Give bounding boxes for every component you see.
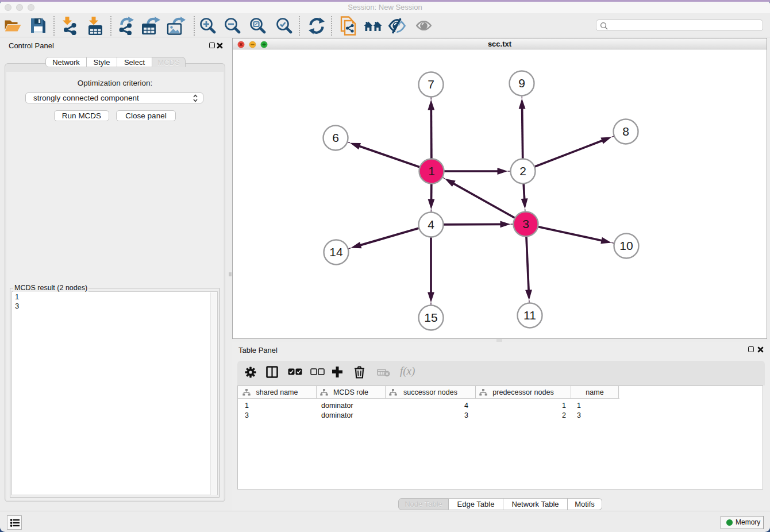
svg-text:2: 2 xyxy=(519,164,526,178)
svg-text:6: 6 xyxy=(332,131,339,144)
svg-text:9: 9 xyxy=(518,76,525,90)
svg-text:4: 4 xyxy=(428,218,434,231)
svg-text:3: 3 xyxy=(522,217,529,230)
svg-text:14: 14 xyxy=(329,245,343,259)
svg-text:10: 10 xyxy=(619,239,633,252)
svg-text:7: 7 xyxy=(428,78,434,91)
svg-text:8: 8 xyxy=(622,125,629,138)
svg-text:11: 11 xyxy=(523,309,536,322)
svg-text:1: 1 xyxy=(428,164,435,178)
svg-text:15: 15 xyxy=(424,311,437,324)
